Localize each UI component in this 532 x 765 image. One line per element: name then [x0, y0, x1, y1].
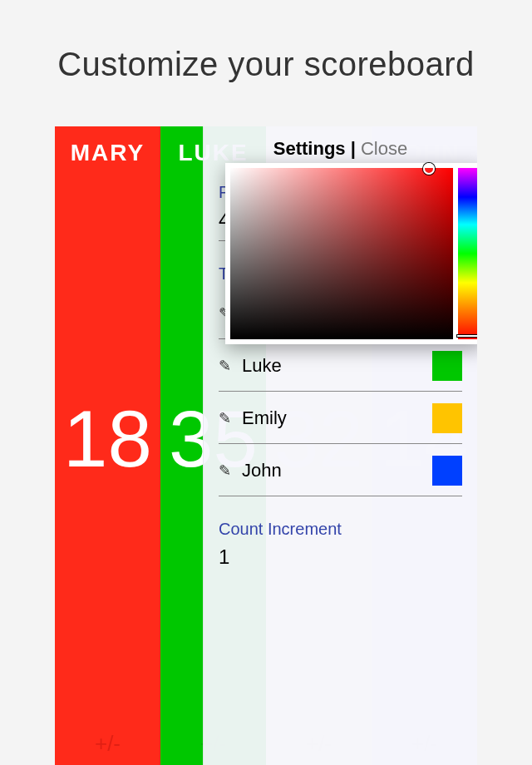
team-name-input[interactable]: John [242, 460, 424, 481]
team-row-john: ✎ John [219, 444, 462, 496]
settings-title: Settings [273, 138, 346, 159]
close-button[interactable]: Close [361, 138, 407, 159]
color-swatch[interactable] [432, 456, 462, 486]
count-increment-label: Count Increment [219, 520, 462, 539]
pencil-icon[interactable]: ✎ [219, 461, 234, 480]
color-picker[interactable] [225, 163, 477, 344]
scoreboard-device: MARY 18 +/- LUKE 35 +/- EMILY 32 +/- JOH… [55, 126, 477, 765]
hue-slider[interactable] [458, 168, 477, 339]
team-name-input[interactable]: Emily [242, 407, 424, 429]
column-score: 18 [63, 399, 152, 479]
settings-header: Settings | Close [219, 138, 462, 160]
color-swatch[interactable] [432, 403, 462, 433]
headline: Customize your scoreboard [0, 0, 532, 83]
column-mary[interactable]: MARY 18 +/- [55, 126, 160, 765]
color-swatch[interactable] [432, 351, 462, 381]
saturation-value-area[interactable] [230, 168, 453, 339]
plus-minus-button[interactable]: +/- [95, 731, 121, 757]
team-name-input[interactable]: Luke [242, 355, 424, 377]
hue-cursor[interactable] [456, 334, 477, 338]
pencil-icon[interactable]: ✎ [219, 409, 234, 427]
separator: | [351, 138, 361, 159]
sv-cursor[interactable] [423, 163, 435, 175]
count-increment-input[interactable]: 1 [219, 542, 462, 577]
pencil-icon[interactable]: ✎ [219, 357, 234, 375]
team-row-luke: ✎ Luke [219, 339, 462, 392]
team-row-emily: ✎ Emily [219, 392, 462, 444]
column-name: MARY [71, 126, 145, 166]
